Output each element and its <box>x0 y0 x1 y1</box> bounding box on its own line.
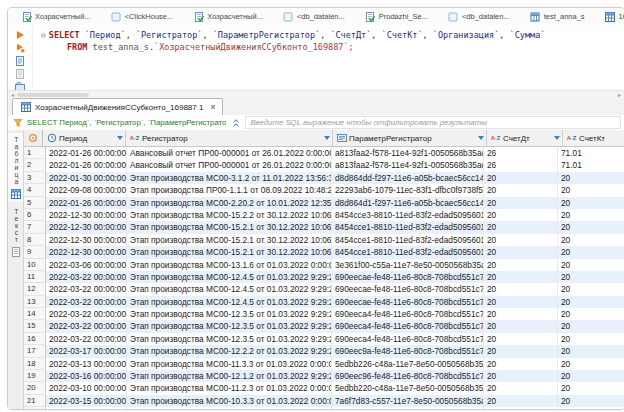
cell-param-registrator[interactable]: 5edbb220-c48a-11e7-8e50-0050568b35ac <box>332 382 484 394</box>
editor-tab[interactable]: Хозрасчетный... <box>14 8 104 25</box>
cell-param-registrator[interactable]: 690eeca4-fe48-11e6-80c8-708bcd551c7e <box>332 320 484 332</box>
cell-registrator[interactable]: Этап производства МС00-15.2.1 от 30.12.2… <box>127 221 332 233</box>
cell-schet-kt[interactable]: 20 <box>558 221 624 233</box>
cell-param-registrator[interactable]: 690eecae-fe48-11e6-80c8-708bcd551c7e <box>332 283 484 295</box>
cell-schet-kt[interactable]: 20 <box>558 271 624 283</box>
row-number[interactable]: 8 <box>24 234 46 246</box>
filter-caret-down-icon[interactable] <box>324 136 330 140</box>
funnel-icon[interactable] <box>12 117 23 128</box>
cell-registrator[interactable]: Этап производства МС00-11.2.3 от 01.03.2… <box>127 382 332 394</box>
cell-period[interactable] <box>46 407 127 409</box>
cell-schet-dt[interactable]: 20 <box>484 283 558 295</box>
cell-param-registrator[interactable]: 8454cce1-8810-11ed-83f2-edad5095601b <box>332 246 484 258</box>
cell-schet-dt[interactable]: 20 <box>484 197 558 209</box>
cell-schet-kt[interactable]: 20 <box>558 259 624 271</box>
close-icon[interactable]: × <box>207 102 215 112</box>
row-number[interactable]: 3 <box>24 172 46 184</box>
cell-registrator[interactable]: Этап производства МС00-10.3.3 от 01.03.2… <box>127 395 332 407</box>
cell-schet-kt[interactable]: 20 <box>558 246 624 258</box>
cell-schet-dt[interactable]: 20 <box>484 259 558 271</box>
column-header-ПараметрРегистратор[interactable]: ПараметрРегистратор <box>333 130 487 146</box>
cell-period[interactable]: 2022-12-30 00:00:00 <box>46 246 127 258</box>
row-number[interactable]: 20 <box>24 382 46 394</box>
cell-schet-dt[interactable]: 20 <box>484 246 558 258</box>
cell-param-registrator[interactable] <box>332 407 484 409</box>
cell-period[interactable]: 2022-01-26 00:00:00 <box>46 147 127 159</box>
filter-input[interactable]: Введите SQL выражение чтобы отфильтроват… <box>245 116 621 129</box>
cell-param-registrator[interactable]: 690eeca4-fe48-11e6-80c8-708bcd551c7e <box>332 333 484 345</box>
cell-registrator[interactable]: Этап производства МС00-11.3.3 от 01.03.2… <box>127 358 332 370</box>
cell-schet-kt[interactable]: 71.01 <box>558 147 624 159</box>
cell-registrator[interactable]: Этап производства МС00-12.2.2 от 01.03.2… <box>127 345 332 357</box>
cell-schet-kt[interactable]: 20 <box>558 395 624 407</box>
cell-period[interactable]: 2022-12-30 00:00:00 <box>46 221 127 233</box>
cell-registrator[interactable]: Этап производства ПР00-1.1.1 от 08.09.20… <box>127 184 332 196</box>
cell-schet-kt[interactable]: 20 <box>558 333 624 345</box>
cell-registrator[interactable]: Этап производства МС00-12.3.5 от 01.03.2… <box>127 308 332 320</box>
cell-registrator[interactable]: Авансовый отчет ПР00-000001 от 26.01.202… <box>127 159 332 171</box>
cell-param-registrator[interactable]: 22293ab6-1079-11ec-83f1-dfbc0f9738f5 <box>332 184 484 196</box>
cell-schet-dt[interactable]: 20 <box>484 333 558 345</box>
cell-schet-dt[interactable]: 20 <box>484 395 558 407</box>
editor-tab[interactable]: Хозрасчетный... <box>186 8 276 25</box>
cell-period[interactable]: 2022-03-06 00:00:00 <box>46 259 127 271</box>
cell-schet-dt[interactable]: 20 <box>484 382 558 394</box>
fold-collapse-icon[interactable]: ⊖ <box>41 31 46 40</box>
cell-period[interactable]: 2022-03-13 00:00:00 <box>46 358 127 370</box>
row-number[interactable]: 16 <box>24 333 46 345</box>
cell-registrator[interactable]: Этап производства МС00-15.2.1 от 30.12.2… <box>127 246 332 258</box>
row-number[interactable]: 10 <box>24 259 46 271</box>
cell-registrator[interactable] <box>127 407 332 409</box>
editor-tab[interactable]: 169 <box>598 8 624 25</box>
cell-param-registrator[interactable]: 5edbb226-c48a-11e7-8e50-0050568b35ac <box>332 358 484 370</box>
row-number[interactable]: 22 <box>24 407 46 409</box>
cell-period[interactable]: 2022-03-17 00:00:00 <box>46 345 127 357</box>
editor-tab[interactable]: <ClickHouse... <box>104 8 187 25</box>
cell-period[interactable]: 2022-01-26 00:00:00 <box>46 197 127 209</box>
cell-registrator[interactable]: Этап производства МС00-15.2.2 от 30.12.2… <box>127 209 332 221</box>
expand-icon[interactable] <box>230 117 241 128</box>
sql-code[interactable]: ⊖SELECT `Период`, `Регистратор`, `Параме… <box>33 25 624 90</box>
row-number[interactable]: 5 <box>24 197 46 209</box>
cell-param-registrator[interactable]: 690eec9a-fe48-11e6-80c8-708bcd551c7e <box>332 345 484 357</box>
cell-period[interactable]: 2022-12-30 00:00:00 <box>46 209 127 221</box>
execute-script-button[interactable] <box>13 42 27 53</box>
cell-period[interactable]: 2022-03-10 00:00:00 <box>46 382 127 394</box>
cell-schet-dt[interactable]: 20 <box>484 271 558 283</box>
column-header-Регистратор[interactable]: A-ZРегистратор <box>126 130 333 146</box>
row-number[interactable]: 14 <box>24 308 46 320</box>
editor-tab[interactable]: <db_datalen... <box>441 8 523 25</box>
editor-tab[interactable]: test_anna_s <box>523 8 598 25</box>
cell-schet-dt[interactable]: 20 <box>484 209 558 221</box>
cell-period[interactable]: 2022-03-22 00:00:00 <box>46 333 127 345</box>
cell-registrator[interactable]: Авансовый отчет ПР00-000001 от 26.01.202… <box>127 147 332 159</box>
column-header-СчетДт[interactable]: A-ZСчетДт <box>487 130 563 146</box>
row-number[interactable]: 1 <box>24 147 46 159</box>
cell-schet-dt[interactable]: 20 <box>484 221 558 233</box>
grid-corner-cell[interactable] <box>24 130 43 146</box>
cell-schet-kt[interactable]: 20 <box>558 234 624 246</box>
filter-caret-down-icon[interactable] <box>117 136 123 140</box>
cell-schet-kt[interactable]: 20 <box>558 320 624 332</box>
cell-schet-dt[interactable]: 26 <box>484 159 558 171</box>
column-header-СчетКт[interactable]: A-ZСчетКт <box>563 130 624 146</box>
row-number[interactable]: 7 <box>24 221 46 233</box>
cell-param-registrator[interactable]: 3e361f00-c55a-11e7-8e50-0050568b35ac <box>332 259 484 271</box>
cell-period[interactable]: 2022-03-22 00:00:00 <box>46 296 127 308</box>
sql-editor[interactable]: ⊖SELECT `Период`, `Регистратор`, `Параме… <box>8 25 624 90</box>
cell-schet-dt[interactable]: 20 <box>484 320 558 332</box>
cell-schet-kt[interactable]: 20 <box>558 358 624 370</box>
cell-param-registrator[interactable]: 690eeca4-fe48-11e6-80c8-708bcd551c7e <box>332 308 484 320</box>
cell-period[interactable]: 2022-03-22 00:00:00 <box>46 283 127 295</box>
cell-schet-kt[interactable] <box>558 407 624 409</box>
cell-period[interactable]: 2022-12-30 00:00:00 <box>46 234 127 246</box>
cell-schet-dt[interactable]: 20 <box>484 184 558 196</box>
row-number[interactable]: 2 <box>24 159 46 171</box>
result-tab[interactable]: ХозрасчетныйДвиженияССубконто_169887 1 × <box>12 98 223 115</box>
cell-param-registrator[interactable]: 8454cce1-8810-11ed-83f2-edad5095601b <box>332 234 484 246</box>
row-number[interactable]: 19 <box>24 370 46 382</box>
cell-schet-kt[interactable]: 20 <box>558 296 624 308</box>
result-grid[interactable]: ПериодA-ZРегистраторПараметрРегистраторA… <box>24 130 624 409</box>
cell-period[interactable]: 2022-01-30 00:00:00 <box>46 172 127 184</box>
cell-param-registrator[interactable]: a813faa2-f578-11e4-92f1-0050568b35ac <box>332 159 484 171</box>
